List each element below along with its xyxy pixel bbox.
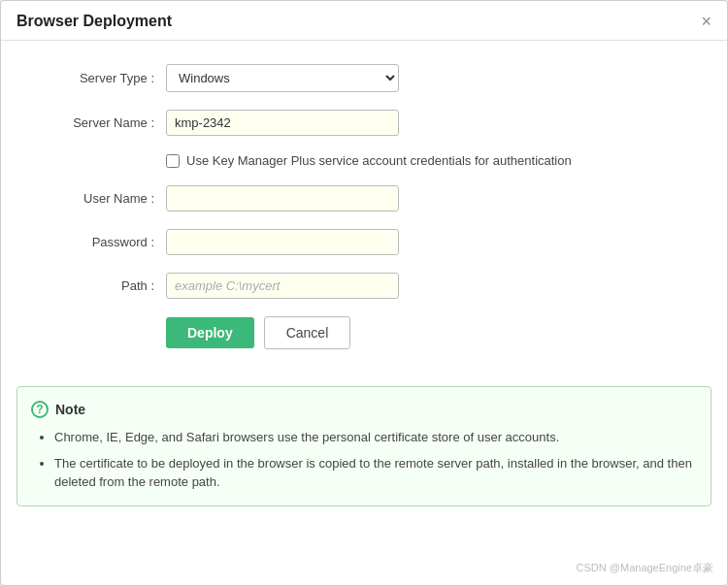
server-name-control xyxy=(166,110,399,136)
use-kmp-checkbox[interactable] xyxy=(166,154,180,168)
path-row: Path : xyxy=(40,273,688,299)
path-control xyxy=(166,273,399,299)
server-name-row: Server Name : xyxy=(40,110,688,136)
user-name-control xyxy=(166,185,399,212)
note-title: Note xyxy=(55,402,85,417)
note-icon: ? xyxy=(31,401,49,418)
dialog-header: Browser Deployment × xyxy=(1,1,727,41)
server-type-row: Server Type : Windows Linux Mac xyxy=(40,64,688,92)
user-name-label: User Name : xyxy=(40,191,166,206)
server-type-control: Windows Linux Mac xyxy=(166,64,399,92)
use-kmp-checkbox-row: Use Key Manager Plus service account cre… xyxy=(40,153,688,168)
note-section: ? Note Chrome, IE, Edge, and Safari brow… xyxy=(17,386,711,506)
password-input[interactable] xyxy=(166,229,399,255)
user-name-input[interactable] xyxy=(166,185,399,212)
path-label: Path : xyxy=(40,278,166,293)
password-label: Password : xyxy=(40,235,166,249)
button-row: Deploy Cancel xyxy=(40,316,688,349)
use-kmp-label: Use Key Manager Plus service account cre… xyxy=(186,153,572,168)
watermark: CSDN @ManageEngine卓豪 xyxy=(577,561,713,575)
server-name-label: Server Name : xyxy=(40,115,166,130)
dialog-title: Browser Deployment xyxy=(17,13,172,30)
note-item-2: The certificate to be deployed in the br… xyxy=(54,454,693,492)
server-type-select[interactable]: Windows Linux Mac xyxy=(166,64,399,92)
deploy-button[interactable]: Deploy xyxy=(166,317,254,348)
dialog-body: Server Type : Windows Linux Mac Server N… xyxy=(1,41,727,369)
close-icon[interactable]: × xyxy=(701,13,711,30)
cancel-button[interactable]: Cancel xyxy=(264,316,351,349)
server-type-label: Server Type : xyxy=(40,71,166,85)
path-input[interactable] xyxy=(166,273,399,299)
note-item-1: Chrome, IE, Edge, and Safari browsers us… xyxy=(54,428,693,447)
note-header: ? Note xyxy=(31,401,693,418)
password-control xyxy=(166,229,399,255)
note-list: Chrome, IE, Edge, and Safari browsers us… xyxy=(31,428,693,492)
browser-deployment-dialog: Browser Deployment × Server Type : Windo… xyxy=(0,0,728,586)
server-name-input[interactable] xyxy=(166,110,399,136)
password-row: Password : xyxy=(40,229,688,255)
user-name-row: User Name : xyxy=(40,185,688,212)
